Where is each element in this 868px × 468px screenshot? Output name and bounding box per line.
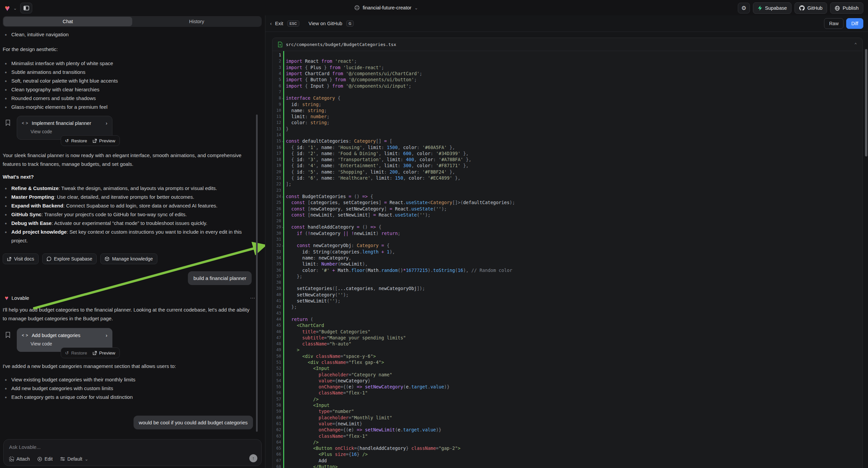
bullet-icon: ● [5, 228, 7, 245]
code-line: 15⌄const defaultCategories: Category[] =… [273, 138, 862, 144]
visit-docs-button[interactable]: Visit docs [3, 254, 39, 264]
aesthetic-heading: For the design aesthetic: [3, 45, 58, 54]
restore-button[interactable]: ↺Restore [65, 138, 87, 143]
fold-chevron-icon[interactable]: ⌄ [282, 225, 283, 228]
publish-button[interactable]: Publish [830, 2, 863, 14]
editor-header: ‹ Exit ESC View on GitHub G Raw Diff [266, 16, 868, 32]
chat-bullet-item: ●Clean, intuitive navigation [5, 30, 255, 39]
code-line: 47 subtitle="Manage your spending limits… [273, 335, 862, 341]
code-line: 53 placeholder="Category name" [273, 371, 862, 377]
line-number: 2 [273, 59, 281, 63]
bookmark-icon[interactable] [5, 119, 10, 126]
diff-toggle-button[interactable]: Diff [846, 18, 863, 29]
edit-mode-button[interactable]: Edit [37, 456, 53, 462]
editor-scrollbar[interactable] [865, 49, 867, 156]
github-button[interactable]: GitHub [795, 2, 827, 14]
code-line: 3import { Plus } from 'lucide-react'; [273, 64, 862, 70]
line-number: 67 [273, 458, 281, 463]
project-switcher[interactable]: financial-future-creator ⌄ [354, 0, 418, 16]
line-number: 54 [273, 378, 281, 383]
code-line: 9 id: string; [273, 101, 862, 107]
code-line: 67 Add [273, 458, 862, 464]
attach-button[interactable]: Attach [9, 456, 30, 462]
line-number: 27 [273, 212, 281, 217]
code-line: 8⌄interface Category { [273, 95, 862, 101]
more-options-button[interactable]: ⋯ [250, 295, 256, 301]
tab-history[interactable]: History [132, 17, 261, 26]
line-number: 12 [273, 120, 281, 125]
manage-knowledge-button[interactable]: Manage knowledge [100, 254, 157, 264]
line-number: 36 [273, 268, 281, 273]
code-line: 7 [273, 89, 862, 95]
code-lines: 12import React from 'react';3import { Pl… [273, 51, 862, 468]
bookmark-icon[interactable] [5, 332, 10, 338]
code-line: 30 if (!newCategory || !newLimit) return… [273, 230, 862, 236]
bullet-icon: ● [5, 94, 7, 103]
model-selector[interactable]: Default ⌄ [60, 456, 88, 462]
user-message: build a financial planner [188, 271, 252, 285]
line-number: 37 [273, 274, 281, 279]
line-number: 17 [273, 151, 281, 156]
list-item: ●Clean typography with clear hierarchies [5, 85, 255, 94]
settings-button[interactable]: ⚙ [738, 3, 750, 13]
code-line: 52 <Input [273, 365, 862, 371]
line-number: 45 [273, 323, 281, 328]
line-number: 22 [273, 182, 281, 186]
bullet-icon: ● [5, 103, 7, 112]
logo-menu-chevron-icon[interactable]: ⌄ [13, 6, 17, 11]
line-number: 41 [273, 298, 281, 303]
code-line: 12 color: string; [273, 119, 862, 125]
back-chevron-icon[interactable]: ‹ [270, 21, 272, 26]
line-number: 42 [273, 304, 281, 309]
restore-button[interactable]: ↺Restore [65, 350, 87, 355]
line-number: 31 [273, 237, 281, 242]
line-number: 18 [273, 157, 281, 162]
external-link-icon [7, 257, 11, 261]
whats-next-list: ●Refine & Customize: Tweak the design, a… [5, 184, 256, 245]
line-number: 16 [273, 145, 281, 150]
assistant-paragraph: I'll help you add budget categories to t… [3, 305, 255, 323]
code-line: 24⌄const BudgetCategories = () => { [273, 194, 862, 199]
line-number: 6 [273, 84, 281, 88]
list-item: ●Rounded corners and subtle shadows [5, 94, 255, 103]
panel-left-icon [24, 6, 29, 10]
preview-button[interactable]: Preview [93, 351, 116, 355]
lovable-logo-icon[interactable]: ♥ [5, 4, 10, 12]
code-line: 31 [273, 236, 862, 242]
collapse-file-chevron-icon[interactable]: ⌃ [854, 42, 857, 47]
exit-button[interactable]: Exit [275, 21, 283, 26]
view-code-link[interactable]: View code [31, 129, 107, 134]
line-number: 25 [273, 200, 281, 205]
send-button[interactable]: ↑ [249, 454, 257, 462]
fold-chevron-icon[interactable]: ⌄ [282, 139, 283, 142]
fold-chevron-icon[interactable]: ⌄ [282, 243, 283, 247]
code-line: 29⌄ const handleAddCategory = () => { [273, 224, 862, 230]
line-number: 14 [273, 133, 281, 137]
view-on-github-button[interactable]: View on GitHub [309, 21, 342, 26]
supabase-button[interactable]: Supabase [753, 2, 792, 14]
code-line: 5import { Button } from '@/components/ui… [273, 77, 862, 83]
line-number: 8⌄ [273, 96, 281, 100]
card-actions-toolbar: ↺Restore Preview [61, 348, 120, 358]
toggle-sidebar-button[interactable] [20, 3, 32, 13]
list-item: ●Glass-morphic elements for a premium fe… [5, 103, 255, 112]
chat-bubble-icon [46, 257, 51, 261]
view-code-link[interactable]: View code [31, 341, 107, 347]
code-line: 57 /> [273, 396, 862, 402]
code-viewer-panel: ‹ Exit ESC View on GitHub G Raw Diff src… [265, 16, 868, 468]
fold-chevron-icon[interactable]: ⌄ [282, 195, 283, 198]
chat-scrollbar[interactable] [256, 115, 258, 432]
line-number: 44 [273, 317, 281, 322]
chat-input[interactable]: Ask Lovable... [9, 444, 256, 450]
preview-button[interactable]: Preview [93, 138, 116, 143]
bullet-icon: ● [5, 201, 7, 210]
diff-file-card: src/components/budget/BudgetCategories.t… [272, 38, 863, 468]
fold-chevron-icon[interactable]: ⌄ [282, 96, 283, 99]
tab-chat[interactable]: Chat [3, 17, 132, 26]
file-header[interactable]: src/components/budget/BudgetCategories.t… [273, 38, 862, 51]
g-key-hint: G [346, 21, 354, 27]
raw-toggle-button[interactable]: Raw [824, 18, 843, 29]
code-line: 1 [273, 52, 862, 58]
explore-supabase-button[interactable]: Explore Supabase [42, 254, 97, 264]
esc-key-hint: ESC [287, 21, 299, 27]
